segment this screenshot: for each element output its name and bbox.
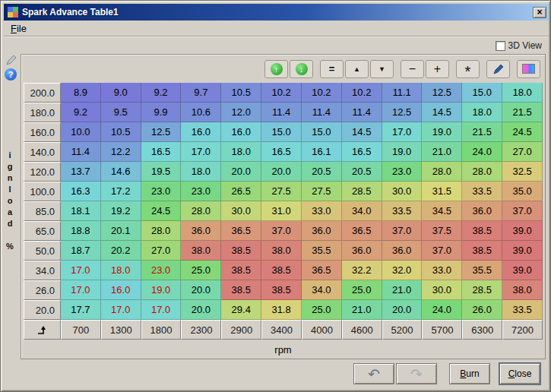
- table-cell[interactable]: 16.5: [141, 142, 182, 162]
- table-cell[interactable]: 31.5: [422, 182, 462, 201]
- table-cell[interactable]: 28.0: [422, 162, 462, 182]
- table-cell[interactable]: 36.0: [342, 241, 382, 261]
- table-cell[interactable]: 8.9: [61, 83, 101, 103]
- table-cell[interactable]: 31.8: [261, 300, 302, 320]
- table-cell[interactable]: 19.0: [141, 280, 182, 300]
- table-cell[interactable]: 27.5: [261, 182, 302, 201]
- table-cell[interactable]: 11.4: [302, 103, 342, 122]
- table-cell[interactable]: 14.5: [342, 122, 382, 142]
- table-cell[interactable]: 20.0: [221, 162, 261, 182]
- table-cell[interactable]: 33.5: [462, 182, 502, 201]
- table-cell[interactable]: 9.7: [181, 83, 221, 103]
- axis-corner-button[interactable]: [24, 320, 61, 340]
- table-cell[interactable]: 9.2: [61, 103, 101, 122]
- table-cell[interactable]: 19.2: [101, 201, 141, 221]
- table-cell[interactable]: 38.5: [221, 261, 261, 280]
- table-cell[interactable]: 9.9: [141, 103, 182, 122]
- subtract-button[interactable]: −: [401, 60, 424, 78]
- table-cell[interactable]: 18.8: [61, 221, 101, 241]
- table-cell[interactable]: 33.5: [502, 300, 543, 320]
- table-cell[interactable]: 15.0: [462, 83, 502, 103]
- table-cell[interactable]: 17.0: [382, 122, 423, 142]
- table-cell[interactable]: 13.7: [61, 162, 101, 182]
- table-cell[interactable]: 25.0: [181, 261, 221, 280]
- table-cell[interactable]: 23.0: [141, 261, 182, 280]
- table-cell[interactable]: 10.0: [61, 122, 101, 142]
- table-cell[interactable]: 11.4: [261, 103, 302, 122]
- table-cell[interactable]: 32.0: [382, 261, 423, 280]
- titlebar[interactable]: Spark Advance Table1 ×: [4, 4, 549, 21]
- table-cell[interactable]: 32.2: [342, 261, 382, 280]
- table-cell[interactable]: 31.0: [261, 201, 302, 221]
- table-cell[interactable]: 16.3: [61, 182, 101, 201]
- table-cell[interactable]: 36.0: [181, 221, 221, 241]
- table-cell[interactable]: 10.2: [342, 83, 382, 103]
- table-cell[interactable]: 19.0: [382, 142, 423, 162]
- table-cell[interactable]: 36.0: [382, 241, 423, 261]
- redo-button[interactable]: ↷: [396, 363, 437, 384]
- table-cell[interactable]: 21.0: [422, 142, 462, 162]
- table-cell[interactable]: 37.0: [422, 241, 462, 261]
- table-cell[interactable]: 24.0: [422, 300, 462, 320]
- table-cell[interactable]: 17.0: [141, 300, 182, 320]
- table-cell[interactable]: 12.5: [141, 122, 182, 142]
- table-cell[interactable]: 10.6: [181, 103, 221, 122]
- table-cell[interactable]: 26.0: [462, 300, 502, 320]
- table-cell[interactable]: 28.5: [342, 182, 382, 201]
- table-cell[interactable]: 18.0: [101, 261, 141, 280]
- table-cell[interactable]: 28.0: [462, 162, 502, 182]
- table-cell[interactable]: 10.5: [101, 122, 141, 142]
- 3d-view-toggle[interactable]: 3D View: [496, 40, 542, 51]
- table-cell[interactable]: 10.5: [221, 83, 261, 103]
- table-cell[interactable]: 16.5: [342, 142, 382, 162]
- table-cell[interactable]: 20.5: [302, 162, 342, 182]
- table-cell[interactable]: 16.5: [261, 142, 302, 162]
- table-cell[interactable]: 24.0: [462, 142, 502, 162]
- close-button[interactable]: Close: [499, 363, 540, 384]
- table-cell[interactable]: 11.4: [61, 142, 101, 162]
- table-cell[interactable]: 28.0: [181, 201, 221, 221]
- table-cell[interactable]: 27.5: [302, 182, 342, 201]
- table-cell[interactable]: 38.5: [261, 261, 302, 280]
- table-cell[interactable]: 28.0: [141, 221, 182, 241]
- table-cell[interactable]: 19.0: [422, 122, 462, 142]
- table-cell[interactable]: 37.0: [261, 221, 302, 241]
- table-cell[interactable]: 12.5: [382, 103, 423, 122]
- table-cell[interactable]: 18.0: [221, 142, 261, 162]
- table-cell[interactable]: 38.5: [261, 280, 302, 300]
- table-cell[interactable]: 12.5: [422, 83, 462, 103]
- undo-button[interactable]: ↶: [353, 363, 394, 384]
- table-cell[interactable]: 9.5: [101, 103, 141, 122]
- multiply-button[interactable]: *: [456, 60, 480, 78]
- table-cell[interactable]: 12.2: [101, 142, 141, 162]
- burn-button[interactable]: Burn: [449, 363, 490, 384]
- table-cell[interactable]: 18.0: [462, 103, 502, 122]
- table-cell[interactable]: 15.0: [302, 122, 342, 142]
- table-cell[interactable]: 37.5: [422, 221, 462, 241]
- table-cell[interactable]: 17.0: [61, 261, 101, 280]
- table-cell[interactable]: 11.4: [342, 103, 382, 122]
- table-cell[interactable]: 11.1: [382, 83, 423, 103]
- table-cell[interactable]: 20.0: [382, 300, 423, 320]
- table-cell[interactable]: 17.7: [61, 300, 101, 320]
- table-cell[interactable]: 24.5: [502, 122, 543, 142]
- table-cell[interactable]: 10.2: [302, 83, 342, 103]
- table-cell[interactable]: 35.5: [302, 241, 342, 261]
- table-cell[interactable]: 14.5: [422, 103, 462, 122]
- table-cell[interactable]: 33.0: [422, 261, 462, 280]
- table-cell[interactable]: 23.0: [382, 162, 423, 182]
- table-cell[interactable]: 21.5: [462, 122, 502, 142]
- table-cell[interactable]: 26.5: [221, 182, 261, 201]
- increase-button[interactable]: ▲: [345, 60, 369, 78]
- table-cell[interactable]: 17.0: [181, 142, 221, 162]
- table-cell[interactable]: 20.2: [101, 241, 141, 261]
- table-cell[interactable]: 38.5: [462, 221, 502, 241]
- table-cell[interactable]: 36.5: [221, 221, 261, 241]
- table-cell[interactable]: 16.1: [302, 142, 342, 162]
- table-cell[interactable]: 33.0: [302, 201, 342, 221]
- table-cell[interactable]: 21.0: [382, 280, 423, 300]
- table-cell[interactable]: 38.0: [261, 241, 302, 261]
- table-cell[interactable]: 20.0: [181, 300, 221, 320]
- help-icon[interactable]: ?: [5, 68, 17, 81]
- table-cell[interactable]: 37.0: [502, 201, 543, 221]
